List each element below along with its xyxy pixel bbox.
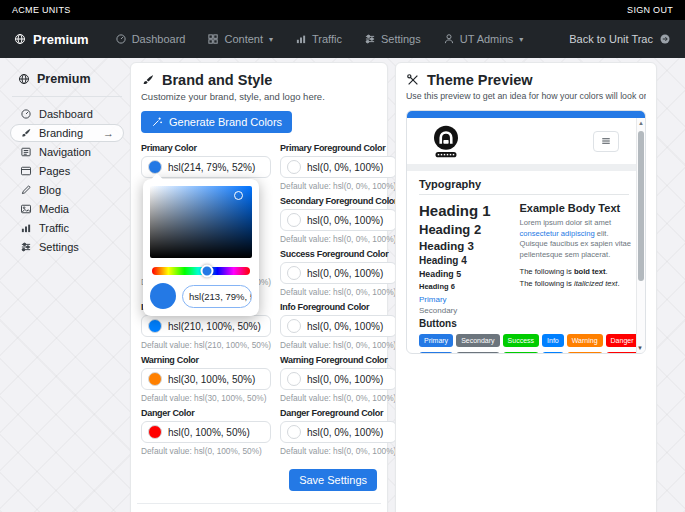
sidebar-item-dashboard[interactable]: Dashboard [10, 105, 124, 123]
scroll-up-arrow[interactable]: ▲ [638, 120, 644, 126]
sidebar-item-media[interactable]: Media [10, 200, 124, 218]
nav-item-dashboard[interactable]: Dashboard [115, 33, 186, 45]
color-swatch [148, 319, 162, 333]
section-divider [137, 503, 381, 504]
preview-body: Typography Heading 1 Heading 2 Heading 3… [407, 171, 645, 354]
sidebar-item-navigation[interactable]: Navigation [10, 143, 124, 161]
nav-item-settings[interactable]: Settings [364, 33, 421, 45]
color-field: Primary Foreground Color hsl(0, 0%, 100%… [280, 143, 397, 196]
color-default-value: Default value: hsl(30, 100%, 50%) [141, 393, 271, 403]
saturation-area[interactable] [150, 186, 252, 258]
sidebar-item-traffic[interactable]: Traffic [10, 219, 124, 237]
color-input[interactable]: hsl(0, 0%, 100%) [280, 421, 397, 443]
navbar-brand-premium[interactable]: Premium [14, 32, 89, 47]
buttons-title: Buttons [419, 318, 514, 329]
color-input[interactable]: hsl(30, 100%, 50%) [141, 368, 271, 390]
hue-slider[interactable] [152, 267, 250, 275]
acme-logo [431, 124, 461, 159]
color-input[interactable]: hsl(0, 0%, 100%) [280, 209, 397, 231]
typography-divider [419, 194, 629, 195]
preview-button-solid[interactable]: Success [503, 334, 539, 347]
preview-button-outline[interactable]: Danger [606, 352, 639, 354]
color-value: hsl(0, 0%, 100%) [307, 374, 383, 385]
color-input[interactable]: hsl(210, 100%, 50%) [141, 315, 271, 337]
sidebar-item-settings[interactable]: Settings [10, 238, 124, 256]
theme-preview-frame: Typography Heading 1 Heading 2 Heading 3… [406, 110, 646, 354]
hue-slider-thumb[interactable] [200, 265, 213, 278]
pen-icon [20, 184, 32, 196]
color-value: hsl(0, 0%, 100%) [307, 321, 383, 332]
saturation-pointer[interactable] [234, 191, 243, 200]
color-field-label: Warning Color [141, 355, 271, 365]
color-fields-grid: hsl(213, 79%, 52%) Primary Color hsl(214… [141, 143, 377, 461]
heading-sample-5: Heading 5 [419, 269, 514, 279]
tools-icon [406, 73, 420, 87]
picker-color-swatch[interactable] [150, 283, 176, 309]
preview-button-outline[interactable]: Secondary [456, 352, 499, 354]
picker-hsl-input[interactable]: hsl(213, 79%, 52%) [182, 285, 252, 308]
color-field: Warning Foreground Color hsl(0, 0%, 100%… [280, 355, 397, 408]
lorem-link[interactable]: consectetur adipiscing [520, 229, 595, 238]
preview-site-header [407, 118, 645, 164]
preview-button-solid[interactable]: Primary [419, 334, 453, 347]
preview-button-solid[interactable]: Warning [567, 334, 603, 347]
content-area: Premium Dashboard Branding → Navigation … [0, 58, 685, 512]
color-input[interactable]: hsl(0, 0%, 100%) [280, 368, 397, 390]
speedometer-icon [20, 108, 32, 120]
sidebar-item-blog[interactable]: Blog [10, 181, 124, 199]
globe-icon [18, 73, 30, 85]
lorem-paragraph: Lorem ipsum dolor sit amet consectetur a… [520, 218, 636, 261]
nav-item-traffic[interactable]: Traffic [295, 33, 342, 45]
nav-item-content[interactable]: Content ▾ [207, 33, 273, 45]
heading-sample-2: Heading 2 [419, 222, 514, 237]
preview-button-solid[interactable]: Secondary [456, 334, 499, 347]
bar-chart-icon [20, 222, 32, 234]
globe-icon [14, 33, 26, 45]
color-field: Info Foreground Color hsl(0, 0%, 100%) D… [280, 302, 397, 355]
color-field-label: Secondary Foreground Color [280, 196, 397, 206]
heading-sample-6: Heading 6 [419, 282, 514, 291]
color-swatch [148, 372, 162, 386]
save-settings-button[interactable]: Save Settings [289, 469, 377, 491]
sidebar-item-branding[interactable]: Branding → [10, 124, 124, 142]
sidebar-item-pages[interactable]: Pages [10, 162, 124, 180]
color-field: Success Foreground Color hsl(0, 0%, 100%… [280, 249, 397, 302]
back-to-unit-trac-link[interactable]: Back to Unit Trac [569, 33, 671, 45]
preview-button-outline[interactable]: Success [503, 352, 539, 354]
color-input[interactable]: hsl(0, 0%, 100%) [280, 315, 397, 337]
preview-button-outline[interactable]: Warning [567, 352, 603, 354]
preview-scrollbar-thumb[interactable] [638, 131, 644, 281]
color-value: hsl(0, 0%, 100%) [307, 162, 383, 173]
color-swatch [287, 266, 301, 280]
color-default-value: Default value: hsl(0, 0%, 100%) [280, 181, 397, 191]
heading-sample-3: Heading 3 [419, 240, 514, 252]
solid-buttons-row: PrimarySecondarySuccessInfoWarningDanger [419, 334, 629, 347]
preview-button-outline[interactable]: Primary [419, 352, 453, 354]
color-default-value: Default value: hsl(0, 0%, 100%) [280, 446, 397, 456]
color-swatch [287, 425, 301, 439]
color-swatch [287, 160, 301, 174]
preview-button-solid[interactable]: Info [542, 334, 564, 347]
preview-scrollbar[interactable]: ▲ [636, 118, 645, 353]
nav-item-ut-admins[interactable]: UT Admins ▾ [443, 33, 524, 45]
color-default-value: Default value: hsl(0, 0%, 100%) [280, 393, 397, 403]
sliders-icon [364, 33, 376, 45]
arrow-right-icon: → [103, 127, 114, 139]
scroll-down-caret[interactable]: ▼ [637, 345, 643, 351]
color-input[interactable]: hsl(0, 100%, 50%) [141, 421, 271, 443]
hamburger-menu-button[interactable] [593, 131, 619, 152]
generate-brand-colors-button[interactable]: Generate Brand Colors [141, 111, 292, 133]
sign-out-link[interactable]: SIGN OUT [627, 5, 673, 15]
headings-column: Heading 1 Heading 2 Heading 3 Heading 4 … [419, 202, 514, 329]
color-input[interactable]: hsl(0, 0%, 100%) [280, 156, 397, 178]
color-input[interactable]: hsl(214, 79%, 52%) [141, 156, 271, 178]
preview-header-divider [407, 164, 645, 171]
preview-primary-bar [407, 111, 645, 118]
preview-button-solid[interactable]: Danger [606, 334, 639, 347]
preview-button-outline[interactable]: Info [542, 352, 564, 354]
color-default-value: Default value: hsl(0, 0%, 100%) [280, 340, 397, 350]
primary-link-sample[interactable]: Primary [419, 295, 514, 304]
color-input[interactable]: hsl(0, 0%, 100%) [280, 262, 397, 284]
list-icon [20, 146, 32, 158]
color-field: Danger Foreground Color hsl(0, 0%, 100%)… [280, 408, 397, 461]
